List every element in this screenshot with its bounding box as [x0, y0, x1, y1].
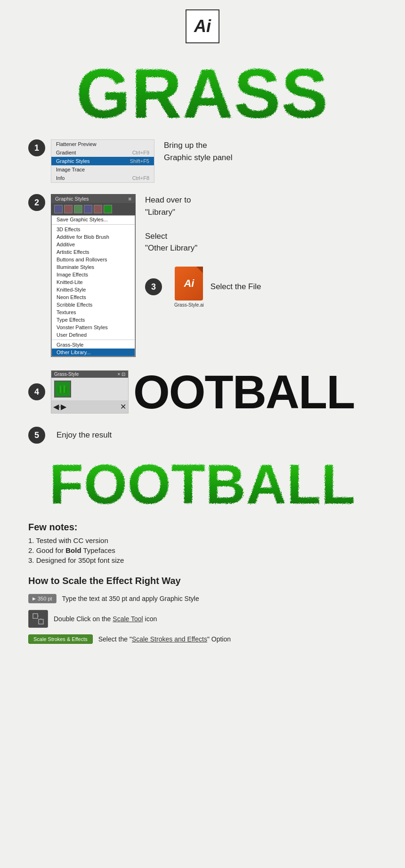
step-1-menu-screenshot: Flattener Preview Gradient Ctrl+F9 Graph…	[51, 139, 154, 183]
step-1-text: Bring up theGraphic style panel	[164, 139, 233, 163]
step-1-content: Flattener Preview Gradient Ctrl+F9 Graph…	[51, 139, 233, 183]
svg-text:GRASS: GRASS	[76, 55, 329, 123]
svg-rect-2	[60, 386, 61, 393]
graphic-styles-panel: Graphic Styles ≡ Save Graphic Styles...	[51, 194, 136, 357]
ai-logo-text: Ai	[194, 16, 211, 36]
scale-badge-350pt: ▶ 350 pt	[28, 594, 57, 603]
ai-logo-container: Ai	[28, 9, 377, 43]
file-label: Grass-Style.ai	[174, 302, 204, 308]
svg-text:FOOTBALL: FOOTBALL	[49, 453, 356, 511]
notes-list: 1. Tested with CC version 2. Good for Bo…	[28, 536, 377, 564]
grass-svg: GRASS	[33, 48, 372, 123]
page: Ai GRASS 1 Flattene	[0, 0, 405, 669]
step-4-number: 4	[28, 383, 45, 400]
grass-style-panel: Grass-Style × ⊡ ◀	[51, 370, 129, 414]
step-2-panel-area: Graphic Styles ≡ Save Graphic Styles...	[51, 194, 136, 357]
svg-rect-8	[39, 619, 43, 624]
svg-rect-1	[58, 387, 59, 393]
menu-item-gradient: Gradient Ctrl+F9	[51, 148, 154, 157]
step-1: 1 Flattener Preview Gradient Ctrl+F9 Gra…	[28, 139, 377, 183]
step-3-number: 3	[145, 278, 162, 295]
grass-style-nav: ◀ · ▶ ✕	[51, 400, 128, 413]
grass-title: GRASS	[28, 48, 377, 125]
scale-step-2-text: Double Click on the Scale Tool icon	[54, 615, 157, 623]
step-3-inline: 3 Ai Grass-Style.ai Select the File	[145, 267, 261, 308]
scale-step-3-text: Select the "Scale Strokes and Effects" O…	[98, 635, 231, 643]
scale-tool-icon-badge	[28, 610, 48, 628]
step-2-text: Head over to"Library"Select"Other Librar…	[145, 194, 261, 254]
ai-logo: Ai	[186, 9, 219, 43]
menu-item-graphic-styles[interactable]: Graphic Styles Shift+F5	[51, 157, 154, 165]
step-2-right: Head over to"Library"Select"Other Librar…	[145, 194, 261, 357]
scale-strokes-link[interactable]: Scale Strokes and Effects	[132, 635, 207, 643]
step-4: 4 Grass-Style × ⊡	[28, 368, 377, 415]
grass-style-titlebar: Grass-Style × ⊡	[51, 371, 128, 378]
note-item-3: 3. Designed for 350pt font size	[28, 556, 377, 564]
grass-style-thumb[interactable]	[54, 381, 71, 397]
step-2: 2 Graphic Styles ≡	[28, 194, 377, 357]
football-grass-text: FOOTBALL	[28, 449, 377, 512]
step-5-header: 5 Enjoy the result	[28, 427, 377, 444]
step-1-number: 1	[28, 139, 45, 156]
panel-menu-list: Save Graphic Styles... 3D Effects Additi…	[51, 215, 135, 357]
note-item-2: 2. Good for Bold Typefaces	[28, 546, 377, 554]
svg-rect-3	[62, 387, 63, 393]
football-grass-svg: FOOTBALL	[28, 449, 377, 511]
grass-style-content	[51, 378, 128, 400]
step-3-text: Select the File	[211, 281, 261, 293]
scale-step-3: Scale Strokes & Effects Select the "Scal…	[28, 634, 377, 644]
scale-step-2: Double Click on the Scale Tool icon	[28, 610, 377, 628]
menu-item-image-trace: Image Trace	[51, 165, 154, 174]
step-5-number: 5	[28, 427, 45, 444]
menu-item-info: Info Ctrl+F8	[51, 174, 154, 182]
menu-item-flattener: Flattener Preview	[51, 140, 154, 148]
scale-tool-link[interactable]: Scale Tool	[113, 615, 143, 623]
scale-section: How to Scale the Effect Right Way ▶ 350 …	[28, 576, 377, 644]
panel-icons-row	[51, 203, 135, 215]
scale-title: How to Scale the Effect Right Way	[28, 576, 377, 586]
step-5-text: Enjoy the result	[57, 429, 112, 441]
file-icon-container: Ai Grass-Style.ai	[174, 267, 204, 308]
notes-title: Few notes:	[28, 522, 377, 533]
grass-thumb-icon	[57, 383, 68, 395]
football-big-text: OOTBALL	[133, 368, 354, 415]
svg-rect-5	[65, 387, 67, 393]
svg-rect-7	[33, 614, 38, 618]
file-icon: Ai	[175, 267, 203, 300]
scale-step-1-text: Type the text at 350 pt and apply Graphi…	[62, 595, 199, 602]
scale-step-1: ▶ 350 pt Type the text at 350 pt and app…	[28, 594, 377, 603]
note-item-1: 1. Tested with CC version	[28, 536, 377, 544]
svg-rect-4	[64, 385, 65, 393]
scale-tool-icon	[32, 612, 45, 625]
step-2-number: 2	[28, 194, 45, 211]
step-2-content: Graphic Styles ≡ Save Graphic Styles...	[51, 194, 261, 357]
step-4-content: Grass-Style × ⊡ ◀	[51, 368, 377, 415]
panel-title-bar: Graphic Styles ≡	[51, 195, 135, 203]
notes-section: Few notes: 1. Tested with CC version 2. …	[28, 522, 377, 564]
scale-strokes-badge: Scale Strokes & Effects	[28, 634, 93, 644]
step-5: 5 Enjoy the result FOOTBALL	[28, 427, 377, 512]
